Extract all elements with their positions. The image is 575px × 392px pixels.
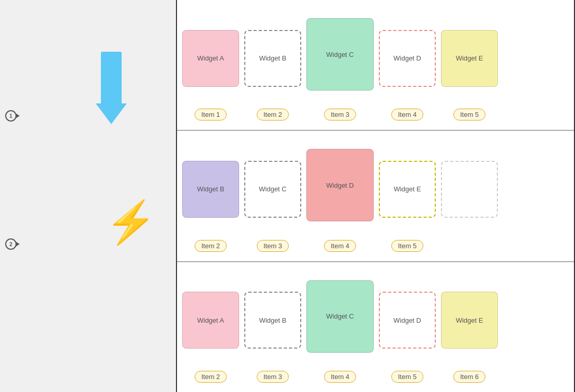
widget-b-row3: Widget B: [244, 292, 301, 349]
item-badge-r3-4: Item 5: [391, 371, 423, 383]
widget-label: Widget E: [394, 185, 421, 193]
lightning-icon: ⚡: [105, 202, 157, 243]
widgets-row-3: Widget A Widget B Widget C Widget D Widg…: [182, 270, 569, 371]
widget-label: Widget D: [393, 54, 421, 62]
widget-label: Widget C: [326, 51, 353, 58]
widget-label: Widget B: [259, 316, 287, 324]
item-badge-4: Item 4: [391, 109, 423, 120]
widget-label: Widget B: [259, 54, 287, 62]
arrow-head: [96, 103, 127, 124]
row-section-3: Widget A Widget B Widget C Widget D Widg…: [177, 262, 574, 392]
item-label-col3: Item 3: [306, 109, 374, 120]
item-label-col1-r3: Item 2: [182, 371, 239, 383]
widget-d-row2: Widget D: [306, 149, 374, 221]
widget-e-row3: Widget E: [441, 292, 498, 349]
widget-a-row3: Widget A: [182, 292, 239, 349]
item-label-col3-r2: Item 4: [306, 240, 374, 252]
widget-label: Widget E: [456, 316, 483, 324]
widget-label: Widget D: [326, 182, 353, 189]
item-label-col2-r2: Item 3: [244, 240, 301, 252]
widget-e-row1: Widget E: [441, 30, 498, 87]
item-badge-r2-4: Item 5: [391, 240, 423, 252]
item-badge-1: Item 1: [195, 109, 227, 120]
widget-a-row1: Widget A: [182, 30, 239, 87]
widget-c-row1: Widget C: [306, 18, 374, 91]
labels-row-2: Item 2 Item 3 Item 4 Item 5: [182, 240, 569, 256]
widget-label: Widget D: [393, 316, 421, 324]
row-section-1: Widget A Widget B Widget C Widget D Widg…: [177, 0, 574, 131]
widgets-row-2: Widget B Widget C Widget D Widget E: [182, 139, 569, 239]
widget-c-row3: Widget C: [306, 280, 374, 353]
item-label-col1: Item 1: [182, 109, 239, 120]
widget-d-row1: Widget D: [379, 30, 436, 87]
widget-b-row2: Widget B: [182, 161, 239, 218]
item-label-col3-r3: Item 4: [306, 371, 374, 383]
widget-label: Widget A: [197, 316, 224, 324]
item-label-col1-r2: Item 2: [182, 240, 239, 252]
widgets-row-1: Widget A Widget B Widget C Widget D Widg…: [182, 8, 569, 109]
item-badge-r3-2: Item 3: [257, 371, 289, 383]
indicator-circle-2: 2: [5, 238, 17, 250]
item-badge-r3-1: Item 2: [195, 371, 227, 383]
item-badge-r2-1: Item 2: [195, 240, 227, 252]
item-badge-r3-5: Item 6: [453, 371, 485, 383]
main-container: 1 2 ⚡ Widget A Widget B: [0, 0, 575, 392]
widget-label: Widget A: [197, 54, 224, 62]
row-section-2: Widget B Widget C Widget D Widget E: [177, 131, 574, 262]
row-indicator-1: 1: [5, 110, 17, 122]
widget-e-row2: Widget E: [379, 161, 436, 218]
item-label-col5-r3: Item 6: [441, 371, 498, 383]
item-label-col5: Item 5: [441, 109, 498, 120]
item-label-col2: Item 2: [244, 109, 301, 120]
row-indicator-2: 2: [5, 238, 17, 250]
item-label-col4-r2: Item 5: [379, 240, 436, 252]
widget-label: Widget C: [259, 185, 286, 193]
widget-empty-row2: [441, 161, 498, 218]
arrow-shaft: [101, 52, 122, 103]
item-label-col4: Item 4: [379, 109, 436, 120]
widget-c-row2: Widget C: [244, 161, 301, 218]
item-label-col2-r3: Item 3: [244, 371, 301, 383]
labels-row-3: Item 2 Item 3 Item 4 Item 5 Item 6: [182, 371, 569, 387]
widget-label: Widget E: [456, 54, 483, 62]
widget-label: Widget C: [326, 312, 353, 320]
widget-d-row3: Widget D: [379, 292, 436, 349]
item-badge-2: Item 2: [257, 109, 289, 120]
item-label-col4-r3: Item 5: [379, 371, 436, 383]
item-badge-r2-2: Item 3: [257, 240, 289, 252]
indicator-circle-1: 1: [5, 110, 17, 122]
widget-b-row1: Widget B: [244, 30, 301, 87]
right-panel: Widget A Widget B Widget C Widget D Widg…: [176, 0, 575, 392]
item-badge-r2-3: Item 4: [324, 240, 356, 252]
item-badge-3: Item 3: [324, 109, 356, 120]
widget-label: Widget B: [197, 185, 225, 193]
left-panel: 1 2 ⚡: [0, 0, 176, 392]
labels-row-1: Item 1 Item 2 Item 3 Item 4 Item 5: [182, 109, 569, 125]
item-badge-r3-3: Item 4: [324, 371, 356, 383]
item-badge-5: Item 5: [453, 109, 485, 120]
blue-arrow: [101, 52, 122, 119]
